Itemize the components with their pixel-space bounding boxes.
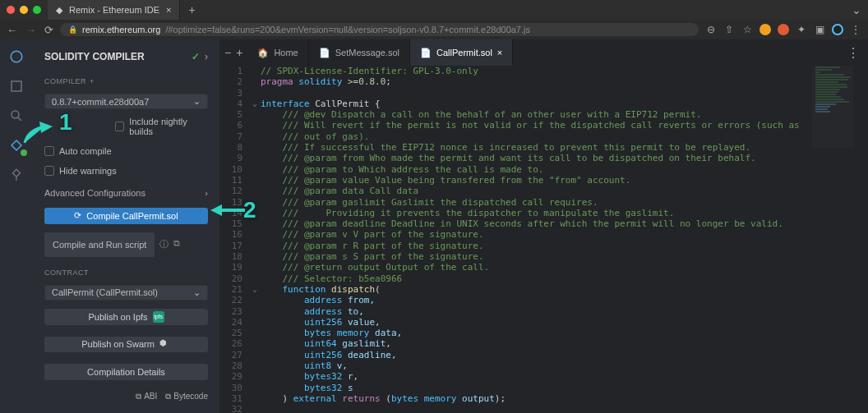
file-icon: 📄 xyxy=(319,48,330,58)
sidebar-icons xyxy=(0,39,33,413)
copy-icon: ⧉ xyxy=(165,392,171,402)
select-caret-icon: ⌄ xyxy=(193,287,201,298)
select-caret-icon: ⌄ xyxy=(193,96,201,107)
panel-title: SOLIDITY COMPILER ✓ › xyxy=(33,48,219,66)
menu-icon[interactable]: ⋮ xyxy=(850,24,861,35)
panel-title-text: SOLIDITY COMPILER xyxy=(44,51,145,62)
browser-tab-remix[interactable]: ◆ Remix - Ethereum IDE × xyxy=(48,0,180,20)
callout-1: 1 xyxy=(59,109,72,135)
address-bar[interactable]: 🔒 remix.ethereum.org/#optimize=false&run… xyxy=(60,23,699,36)
tab-callpermit[interactable]: 📄 CallPermit.sol × xyxy=(410,39,513,66)
file-explorer-icon[interactable] xyxy=(7,77,25,95)
app-main: SOLIDITY COMPILER ✓ › COMPILER + 0.8.7+c… xyxy=(0,39,868,413)
minimap[interactable] xyxy=(812,66,853,148)
code-editor: − + 🏠 Home 📄 SetMessage.sol 📄 CallPermit… xyxy=(219,39,868,413)
advanced-config-toggle[interactable]: Advanced Configurations › xyxy=(44,188,208,198)
nav-buttons: ← → ⟳ xyxy=(7,24,53,36)
close-tab-icon[interactable]: × xyxy=(166,5,171,15)
back-icon[interactable]: ← xyxy=(7,24,17,36)
plus-icon[interactable]: + xyxy=(90,77,95,85)
chevron-right-icon[interactable]: › xyxy=(205,51,208,62)
hide-warnings-checkbox[interactable]: Hide warnings xyxy=(33,163,219,178)
svg-rect-1 xyxy=(12,81,21,91)
editor-tab-bar: − + 🏠 Home 📄 SetMessage.sol 📄 CallPermit… xyxy=(219,39,868,66)
code-text[interactable]: // SPDX-License-Identifier: GPL-3.0-only… xyxy=(261,66,868,413)
contract-label: CONTRACT xyxy=(33,265,219,280)
fold-column[interactable]: ⌄⌄ xyxy=(249,66,261,413)
lock-icon: 🔒 xyxy=(68,25,77,34)
url-path: /#optimize=false&runs=200&evmVersion=nul… xyxy=(165,25,530,34)
compiler-label: COMPILER + xyxy=(33,74,219,89)
remix-logo-icon[interactable] xyxy=(7,48,25,66)
browser-urlbar: ← → ⟳ 🔒 remix.ethereum.org/#optimize=fal… xyxy=(0,20,868,39)
compiler-version-value: 0.8.7+commit.e28d00a7 xyxy=(52,97,149,107)
minimize-window-icon[interactable] xyxy=(20,6,28,14)
svg-marker-4 xyxy=(39,122,53,133)
compile-run-button[interactable]: Compile and Run script xyxy=(44,232,155,257)
code-area[interactable]: 1234567891011121314151617181920212223242… xyxy=(219,66,868,413)
url-actions: ⊖ ⇧ ☆ ✦ ▣ ⋮ xyxy=(705,24,861,35)
home-icon: 🏠 xyxy=(257,48,269,58)
publish-ipfs-button[interactable]: Publish on Ipfs ipfs xyxy=(44,309,208,325)
home-tab[interactable]: 🏠 Home xyxy=(247,39,308,66)
copy-icon[interactable]: ⧉ xyxy=(173,238,180,250)
publish-swarm-button[interactable]: Publish on Swarm ⬢ xyxy=(44,337,208,353)
editor-menu-icon[interactable]: ⋮ xyxy=(838,45,868,61)
svg-line-3 xyxy=(18,117,21,121)
contract-value: CallPermit (CallPermit.sol) xyxy=(52,287,158,297)
ext-icon-1[interactable] xyxy=(760,24,771,35)
abi-link[interactable]: ⧉ABI xyxy=(136,392,157,402)
extensions-icon[interactable]: ✦ xyxy=(796,24,807,35)
browser-titlebar: ◆ Remix - Ethereum IDE × + ⌄ xyxy=(0,0,868,20)
close-icon[interactable]: × xyxy=(497,48,502,57)
tab-title: Remix - Ethereum IDE xyxy=(69,5,159,15)
new-tab-button[interactable]: + xyxy=(180,0,203,20)
zoom-out-icon[interactable]: ⊖ xyxy=(705,24,717,35)
zoom-out-icon[interactable]: − xyxy=(224,46,231,59)
chevron-right-icon: › xyxy=(205,188,208,198)
line-numbers: 1234567891011121314151617181920212223242… xyxy=(219,66,249,413)
refresh-icon: ⟳ xyxy=(74,210,81,221)
ext-icon-2[interactable] xyxy=(778,24,789,35)
tab-favicon: ◆ xyxy=(56,5,62,16)
contract-select[interactable]: CallPermit (CallPermit.sol) ⌄ xyxy=(44,285,208,301)
chevron-down-icon[interactable]: ⌄ xyxy=(852,3,861,16)
check-icon: ✓ xyxy=(192,51,200,62)
maximize-window-icon[interactable] xyxy=(33,6,41,14)
svg-marker-6 xyxy=(210,204,222,216)
copy-icon: ⧉ xyxy=(136,392,141,402)
compile-button[interactable]: ⟳ Compile CallPermit.sol xyxy=(44,208,208,224)
compiler-panel: SOLIDITY COMPILER ✓ › COMPILER + 0.8.7+c… xyxy=(33,39,219,413)
compiler-version-select[interactable]: 0.8.7+commit.e28d00a7 ⌄ xyxy=(44,94,208,109)
forward-icon[interactable]: → xyxy=(25,24,36,36)
zoom-in-icon[interactable]: + xyxy=(236,46,242,59)
browser-tab-bar: ◆ Remix - Ethereum IDE × + xyxy=(48,0,203,20)
menu-square-icon[interactable]: ▣ xyxy=(814,24,825,35)
reload-icon[interactable]: ⟳ xyxy=(44,24,53,36)
tab-setmessage[interactable]: 📄 SetMessage.sol xyxy=(309,39,410,66)
url-host: remix.ethereum.org xyxy=(82,25,160,34)
compilation-details-button[interactable]: Compilation Details xyxy=(44,364,208,380)
nightly-checkbox[interactable]: Include nightly builds xyxy=(104,114,219,139)
abi-bytecode-links: ⧉ABI ⧉Bytecode xyxy=(33,388,219,405)
arrow-1 xyxy=(23,122,53,148)
bytecode-link[interactable]: ⧉Bytecode xyxy=(165,392,208,402)
svg-point-2 xyxy=(12,111,19,118)
window-controls[interactable] xyxy=(7,6,41,14)
swarm-icon: ⬢ xyxy=(159,338,171,350)
auto-compile-checkbox[interactable]: Auto compile xyxy=(33,144,219,158)
arrow-2 xyxy=(210,203,245,221)
file-icon: 📄 xyxy=(420,48,432,58)
share-icon[interactable]: ⇧ xyxy=(723,24,735,35)
close-window-icon[interactable] xyxy=(7,6,15,14)
bookmark-icon[interactable]: ☆ xyxy=(741,24,753,35)
profile-avatar[interactable] xyxy=(832,24,843,35)
ipfs-icon: ipfs xyxy=(153,311,164,323)
callout-2: 2 xyxy=(243,197,256,223)
svg-point-0 xyxy=(11,51,22,62)
deploy-icon[interactable] xyxy=(7,166,25,184)
info-icon[interactable]: ⓘ xyxy=(159,238,169,250)
